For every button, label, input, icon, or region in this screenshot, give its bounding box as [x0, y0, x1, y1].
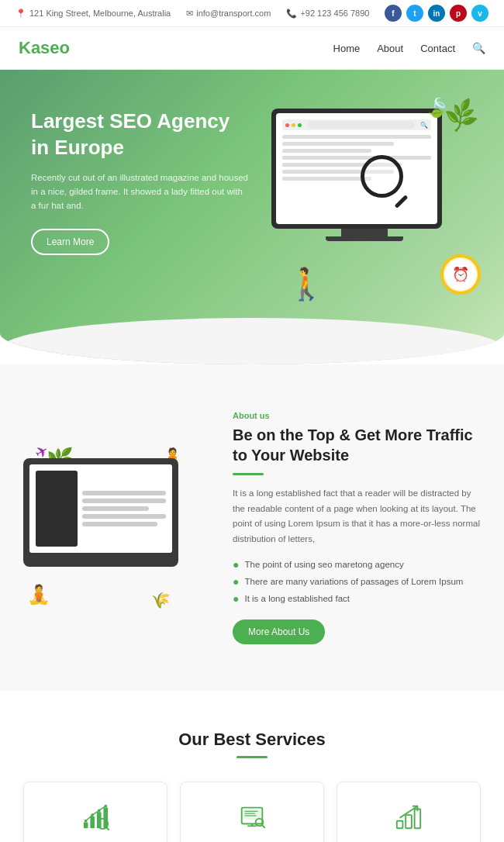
dot-red	[285, 123, 289, 127]
online-marketing-icon	[394, 802, 423, 831]
about-title-underline	[233, 473, 264, 475]
hero-content: Largest SEO Agency in Europe Recently cu…	[31, 109, 248, 255]
person-illustration: 🚶	[287, 266, 326, 302]
svg-rect-0	[84, 823, 88, 829]
laptop-content-line	[82, 522, 157, 526]
clock-icon: ⏰	[440, 254, 481, 295]
about-label: About us	[233, 411, 481, 420]
service-icon-marketing-wrap	[350, 801, 468, 832]
browser-address-bar	[307, 121, 415, 129]
about-cta-button[interactable]: More About Us	[233, 619, 325, 644]
list-item: ● There are many variations of passages …	[233, 573, 481, 590]
facebook-icon[interactable]: f	[385, 5, 402, 22]
monitor-screen: 🔍	[276, 113, 437, 224]
laptop-image-area	[36, 471, 78, 547]
svg-rect-19	[397, 821, 403, 829]
nav-about[interactable]: About	[377, 43, 403, 54]
services-grid: Web Analytics It is a long established f…	[23, 782, 481, 842]
main-nav: Kaseo Home About Contact 🔍	[0, 27, 504, 70]
laptop-content-line	[82, 499, 166, 503]
hero-title: Largest SEO Agency in Europe	[31, 109, 248, 161]
services-title-underline	[236, 756, 268, 758]
content-preview	[282, 135, 431, 181]
laptop-screen	[29, 464, 172, 553]
list-item: ● The point of using seo maretong agency	[233, 556, 481, 573]
phone-contact: 📞 +92 123 456 7890	[286, 9, 369, 19]
service-card-web-analytics: Web Analytics It is a long established f…	[23, 782, 167, 842]
seo-audit-icon	[237, 802, 267, 831]
content-line	[282, 156, 431, 160]
monitor-stand	[341, 229, 388, 236]
services-section: Our Best Services Web A	[0, 691, 504, 842]
laptop-screen-container	[23, 458, 178, 559]
service-icon-web-analytics-wrap	[36, 801, 154, 832]
phone-icon: 📞	[286, 9, 297, 19]
about-section: ✈ 🌿 🍃 🧍 🧘 🌾 About	[0, 364, 504, 691]
linkedin-icon[interactable]: in	[428, 5, 445, 22]
magnifier-icon	[361, 155, 403, 198]
dot-green	[298, 123, 302, 127]
email-icon: ✉	[186, 9, 193, 19]
social-links: f t in p v	[385, 5, 488, 22]
site-logo[interactable]: Kaseo	[19, 38, 70, 58]
bullet-icon: ●	[233, 558, 239, 571]
location-icon: 📍	[16, 9, 26, 19]
service-icon-seo-wrap	[193, 801, 311, 832]
content-line	[282, 177, 371, 181]
about-bullet-list: ● The point of using seo maretong agency…	[233, 556, 481, 607]
vimeo-icon[interactable]: v	[471, 5, 488, 22]
service-card-online-marketing: Online Marketing It is a long establishe…	[337, 782, 481, 842]
hero-description: Recently cut out of an illustrated magaz…	[31, 171, 248, 213]
laptop-base	[23, 559, 178, 567]
web-analytics-icon	[81, 802, 110, 831]
about-description: It is a long established fact that a rea…	[233, 486, 481, 547]
monitor-body: 🔍	[271, 109, 442, 229]
svg-line-18	[262, 826, 264, 828]
content-line	[282, 135, 431, 139]
wheat-icon: 🌾	[151, 591, 171, 609]
monitor-base	[326, 236, 403, 241]
email-contact: ✉ info@transport.com	[186, 9, 271, 19]
svg-rect-1	[90, 816, 95, 828]
svg-line-9	[106, 827, 109, 830]
hero-section: Largest SEO Agency in Europe Recently cu…	[0, 70, 504, 364]
service-card-seo-audit: Technical SEO Audit It is a long establi…	[180, 782, 324, 842]
search-mini-icon: 🔍	[420, 122, 428, 129]
bullet-icon: ●	[233, 592, 239, 605]
top-bar-info: 📍 121 King Street, Melbourne, Australia …	[16, 9, 369, 19]
svg-rect-11	[243, 809, 261, 820]
svg-rect-20	[406, 815, 412, 828]
top-bar: 📍 121 King Street, Melbourne, Australia …	[0, 0, 504, 27]
nav-contact[interactable]: Contact	[420, 43, 455, 54]
laptop-content-line	[82, 491, 166, 495]
list-item: ● It is a long established fact	[233, 590, 481, 607]
nav-menu: Home About Contact 🔍	[333, 42, 485, 54]
dot-yellow	[292, 123, 295, 127]
content-line	[282, 142, 394, 146]
laptop-content-line	[82, 514, 166, 519]
search-icon[interactable]: 🔍	[472, 42, 485, 54]
hero-cta-button[interactable]: Learn More	[31, 229, 109, 255]
address: 📍 121 King Street, Melbourne, Australia	[16, 9, 171, 19]
bullet-icon: ●	[233, 575, 239, 588]
nav-home[interactable]: Home	[333, 43, 361, 54]
laptop-lines	[82, 471, 166, 547]
content-line	[282, 149, 371, 153]
about-title: Be on the Top & Get More Traffic to Your…	[233, 425, 481, 465]
services-title: Our Best Services	[23, 730, 481, 750]
person-sitting-icon: 🧘	[27, 584, 50, 606]
laptop-illustration	[23, 458, 209, 567]
twitter-icon[interactable]: t	[406, 5, 423, 22]
about-content: About us Be on the Top & Get More Traffi…	[233, 411, 481, 644]
browser-bar: 🔍	[282, 119, 431, 130]
about-illustration: ✈ 🌿 🍃 🧍 🧘 🌾	[23, 443, 209, 613]
hero-illustration: ✈ 🔍	[256, 93, 488, 326]
laptop-content-line	[82, 506, 149, 511]
svg-rect-21	[415, 809, 421, 829]
pinterest-icon[interactable]: p	[450, 5, 467, 22]
